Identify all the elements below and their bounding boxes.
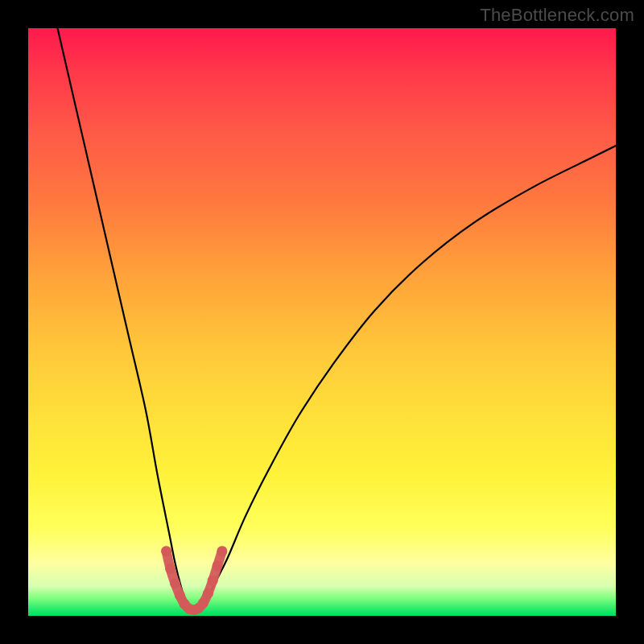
valley-dot <box>203 588 213 599</box>
valley-dot <box>175 590 185 601</box>
valley-dot <box>170 578 180 588</box>
bottleneck-curve <box>58 28 617 611</box>
valley-dot <box>208 576 218 586</box>
valley-dot <box>213 560 223 571</box>
plot-area <box>28 28 616 616</box>
valley-dot <box>161 546 171 556</box>
valley-dot <box>165 564 175 574</box>
curve-layer <box>28 28 616 616</box>
chart-frame: TheBottleneck.com <box>0 0 644 644</box>
valley-dot <box>198 597 208 608</box>
valley-dot <box>217 546 227 556</box>
watermark-text: TheBottleneck.com <box>480 5 634 26</box>
